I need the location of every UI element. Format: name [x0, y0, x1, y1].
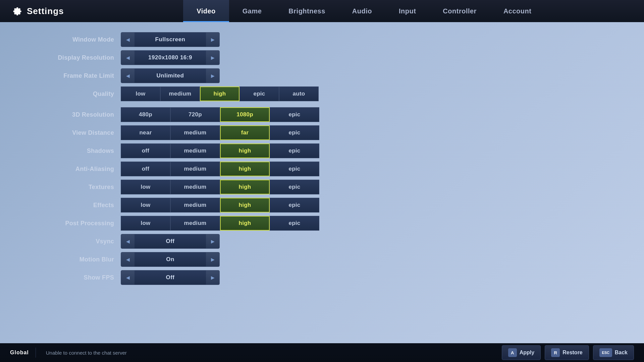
tab-video[interactable]: Video [183, 0, 229, 22]
vsync-value: Off [135, 238, 206, 245]
tab-game[interactable]: Game [229, 0, 275, 22]
bottom-actions: A Apply R Restore ESC Back [502, 345, 634, 360]
tab-brightness[interactable]: Brightness [275, 0, 338, 22]
frame-rate-prev[interactable]: ◀ [121, 69, 135, 83]
res-480p[interactable]: 480p [121, 107, 170, 122]
back-key: ESC [599, 348, 612, 357]
anti-aliasing-label: Anti-Aliasing [27, 166, 121, 173]
res-1080p[interactable]: 1080p [220, 107, 270, 122]
shadows-row: Shadows off medium high epic [27, 143, 617, 158]
post-processing-options: low medium high epic [121, 216, 319, 231]
tab-audio[interactable]: Audio [339, 0, 385, 22]
back-button[interactable]: ESC Back [593, 345, 634, 360]
settings-heading: Settings [27, 6, 64, 16]
quality-auto[interactable]: auto [279, 86, 319, 101]
window-mode-prev[interactable]: ◀ [121, 33, 135, 47]
tex-medium[interactable]: medium [170, 180, 220, 194]
quality-epic[interactable]: epic [239, 86, 279, 101]
settings-title: Settings [10, 5, 64, 17]
back-label: Back [615, 350, 628, 356]
display-resolution-value: 644x362 16:9 [135, 54, 206, 61]
apply-label: Apply [520, 350, 534, 356]
show-fps-prev[interactable]: ◀ [121, 270, 135, 285]
quality-row: Quality low medium high epic auto [27, 86, 617, 101]
top-nav: Settings Video Game Brightness Audio Inp… [0, 0, 644, 22]
aa-off[interactable]: off [121, 162, 170, 176]
display-resolution-row: Display Resolution ◀ 644x362 16:9 ▶ [27, 50, 617, 65]
restore-key: R [551, 348, 560, 357]
show-fps-control: ◀ Off ▶ [121, 270, 220, 285]
vsync-row: Vsync ◀ Off ▶ [27, 234, 617, 249]
show-fps-value: Off [135, 274, 206, 281]
window-mode-value: Fullscreen [135, 36, 206, 43]
shadows-high[interactable]: high [220, 143, 270, 158]
shadows-epic[interactable]: epic [270, 143, 319, 158]
pp-high[interactable]: high [220, 216, 270, 231]
display-resolution-control: ◀ 644x362 16:9 ▶ [121, 50, 220, 65]
global-label: Global [10, 350, 29, 356]
effects-label: Effects [27, 202, 121, 209]
apply-key: A [508, 348, 517, 357]
tex-epic[interactable]: epic [270, 180, 319, 194]
show-fps-next[interactable]: ▶ [206, 270, 219, 285]
main-content: Window Mode ◀ Fullscreen ▶ Display Resol… [0, 22, 644, 285]
aa-epic[interactable]: epic [270, 162, 319, 176]
tab-account[interactable]: Account [490, 0, 545, 22]
frame-rate-next[interactable]: ▶ [206, 69, 219, 83]
quality-low[interactable]: low [121, 86, 160, 101]
vsync-next[interactable]: ▶ [206, 234, 219, 248]
pp-epic[interactable]: epic [270, 216, 319, 231]
aa-medium[interactable]: medium [170, 162, 220, 176]
eff-epic[interactable]: epic [270, 198, 319, 213]
motion-blur-label: Motion Blur [27, 256, 121, 263]
motion-blur-prev[interactable]: ◀ [121, 252, 135, 266]
post-processing-row: Post Processing low medium high epic [27, 216, 617, 231]
tex-low[interactable]: low [121, 180, 170, 194]
view-far[interactable]: far [220, 125, 270, 140]
textures-row: Textures low medium high epic [27, 180, 617, 194]
quality-medium[interactable]: medium [160, 86, 200, 101]
quality-high[interactable]: high [200, 86, 239, 101]
res-epic[interactable]: epic [270, 107, 319, 122]
textures-label: Textures [27, 184, 121, 191]
effects-options: low medium high epic [121, 198, 319, 213]
vsync-prev[interactable]: ◀ [121, 234, 135, 248]
show-fps-row: Show FPS ◀ Off ▶ [27, 270, 617, 285]
bottom-bar: Global Unable to connect to the chat ser… [0, 343, 644, 362]
tex-high[interactable]: high [220, 180, 270, 194]
aa-high[interactable]: high [220, 162, 270, 176]
restore-label: Restore [562, 350, 583, 356]
motion-blur-next[interactable]: ▶ [206, 252, 219, 266]
eff-high[interactable]: high [220, 198, 270, 213]
quality-label: Quality [27, 90, 121, 98]
resolution-3d-label: 3D Resolution [27, 111, 121, 118]
eff-medium[interactable]: medium [170, 198, 220, 213]
frame-rate-control: ◀ Unlimited ▶ [121, 68, 220, 83]
frame-rate-label: Frame Rate Limit [27, 72, 121, 79]
resolution-3d-row: 3D Resolution 480p 720p 1080p epic [27, 107, 617, 122]
motion-blur-control: ◀ On ▶ [121, 252, 220, 267]
res-720p[interactable]: 720p [170, 107, 220, 122]
display-resolution-label: Display Resolution [27, 54, 121, 61]
display-resolution-next[interactable]: ▶ [206, 51, 219, 65]
view-epic[interactable]: epic [270, 125, 319, 140]
pp-medium[interactable]: medium [170, 216, 220, 231]
shadows-label: Shadows [27, 147, 121, 155]
view-medium[interactable]: medium [170, 125, 220, 140]
anti-aliasing-options: off medium high epic [121, 162, 319, 176]
view-near[interactable]: near [121, 125, 170, 140]
vsync-label: Vsync [27, 238, 121, 245]
display-resolution-prev[interactable]: ◀ [121, 51, 135, 65]
apply-button[interactable]: A Apply [502, 345, 541, 360]
pp-low[interactable]: low [121, 216, 170, 231]
shadows-medium[interactable]: medium [170, 143, 220, 158]
shadows-options: off medium high epic [121, 143, 319, 158]
frame-rate-value: Unlimited [135, 72, 206, 79]
tab-input[interactable]: Input [385, 0, 429, 22]
nav-tabs: Video Game Brightness Audio Input Contro… [84, 0, 644, 22]
restore-button[interactable]: R Restore [545, 345, 589, 360]
tab-controller[interactable]: Controller [429, 0, 490, 22]
eff-low[interactable]: low [121, 198, 170, 213]
window-mode-next[interactable]: ▶ [206, 33, 219, 47]
shadows-off[interactable]: off [121, 143, 170, 158]
